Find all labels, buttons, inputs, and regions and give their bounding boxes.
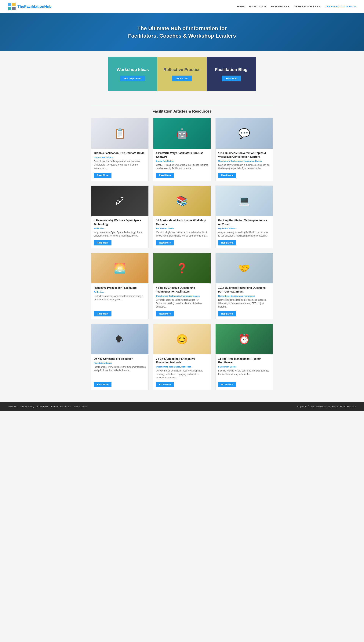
article-card-zoom: Exciting Facilitation Techniques to use …	[215, 185, 273, 248]
article-body: 101+ Business Conversation Topics & Work…	[216, 149, 273, 181]
hero-title: The Ultimate Hub of Information for Faci…	[125, 25, 239, 40]
article-body: Exciting Facilitation Techniques to use …	[216, 216, 273, 248]
article-img	[91, 118, 148, 149]
article-body: 3 Fun & Engaging Participative Evaluatio…	[153, 354, 211, 390]
read-more-btn[interactable]: Read More	[218, 311, 236, 316]
article-body: 101+ Business Networking Questions For Y…	[216, 283, 273, 319]
read-more-btn[interactable]: Read More	[218, 240, 236, 246]
article-category: Graphic Facilitation	[94, 156, 146, 158]
cat-blog-title: Facilitation Blog	[215, 67, 248, 73]
read-more-btn[interactable]: Read More	[156, 311, 174, 316]
article-body: 20 Key Concepts of Facilitation Facilita…	[91, 354, 148, 390]
logo-highlight: Facilitation	[24, 4, 44, 9]
read-more-btn[interactable]: Read More	[94, 311, 112, 316]
article-excerpt: Reflective practice is an important part…	[94, 294, 146, 308]
read-more-btn[interactable]: Read More	[94, 240, 112, 246]
article-category: Facilitation Basics	[94, 362, 146, 364]
article-card-key-concepts: 20 Key Concepts of Facilitation Facilita…	[91, 324, 149, 390]
article-body: Reflective Practice for Facilitators Ref…	[91, 283, 148, 319]
article-img	[91, 253, 148, 283]
article-body: 4 Hugely Effective Questioning Technique…	[153, 283, 211, 319]
article-excerpt: Unlock the full potential of your worksh…	[156, 369, 208, 379]
article-card-networking-questions: 101+ Business Networking Questions For Y…	[215, 253, 273, 319]
nav-facilitation[interactable]: FACILITATION	[249, 5, 266, 8]
article-card-time-management: 11 Top Time Management Tips for Facilita…	[215, 324, 273, 390]
article-img	[153, 324, 211, 354]
article-img	[216, 324, 273, 354]
read-more-btn[interactable]: Read More	[94, 382, 112, 387]
article-img	[91, 324, 148, 354]
read-more-btn[interactable]: Read More	[156, 382, 174, 387]
read-more-btn[interactable]: Read More	[218, 382, 236, 387]
svg-rect-2	[8, 7, 12, 10]
footer-link-privacy-policy[interactable]: Privacy Policy	[20, 405, 34, 408]
svg-rect-0	[8, 3, 12, 6]
read-more-btn[interactable]: Read More	[94, 173, 112, 178]
svg-rect-3	[12, 7, 16, 10]
site-footer: About UsPrivacy PolicyContributeEarnings…	[0, 402, 364, 411]
article-title: 10 Books about Participative Workshop Me…	[156, 219, 208, 226]
cat-reflective-title: Reflective Practice	[164, 67, 200, 73]
read-more-btn[interactable]: Read More	[218, 173, 236, 178]
article-title: 11 Top Time Management Tips for Facilita…	[218, 357, 270, 364]
footer-copyright: Copyright © 2024 The Facilitation Hub Al…	[298, 405, 356, 408]
article-excerpt: Starting conversations in a business set…	[218, 163, 270, 170]
article-body: 4 Reasons Why We Love Open Space Technol…	[91, 216, 148, 248]
read-more-btn[interactable]: Read More	[156, 240, 174, 246]
article-category: Reflection	[94, 227, 146, 230]
main-nav: HOME FACILITATION RESOURCES ▾ WORKSHOP T…	[237, 5, 356, 8]
article-body: 5 Powerful Ways Facilitators Can Use Cha…	[153, 149, 211, 181]
cat-blog-btn[interactable]: Read now	[222, 76, 241, 81]
cat-workshop-btn[interactable]: Get inspiration	[120, 76, 145, 81]
section-divider	[91, 105, 273, 105]
article-title: 5 Powerful Ways Facilitators Can Use Cha…	[156, 151, 208, 159]
logo[interactable]: TheFacilitationHub	[8, 2, 52, 11]
read-more-btn[interactable]: Read More	[156, 173, 174, 178]
cat-reflective-btn[interactable]: I need this	[172, 76, 192, 81]
article-excerpt: In this article, we will explore the fun…	[94, 365, 146, 379]
article-title: Graphic Facilitation: The Ultimate Guide	[94, 151, 146, 155]
nav-resources[interactable]: RESOURCES ▾	[271, 5, 289, 8]
article-excerpt: If you're looking for the best time mana…	[218, 369, 270, 379]
footer-link-earnings-disclosure[interactable]: Earnings Disclosure	[50, 405, 71, 408]
article-img	[153, 186, 211, 216]
article-excerpt: Let's talk about questioning techniques …	[156, 298, 208, 308]
article-category: Questioning Techniques, Reflection	[156, 366, 208, 368]
footer-link-about-us[interactable]: About Us	[8, 405, 17, 408]
article-title: 101+ Business Networking Questions For Y…	[218, 286, 270, 294]
article-title: 3 Fun & Engaging Participative Evaluatio…	[156, 357, 208, 364]
article-card-conversation-starters: 101+ Business Conversation Topics & Work…	[215, 118, 273, 181]
category-cards: Workshop Ideas Get inspiration Reflectiv…	[104, 57, 260, 91]
section-title: Facilitation Articles & Resources	[91, 109, 273, 114]
svg-rect-1	[12, 3, 16, 6]
article-title: Reflective Practice for Facilitators	[94, 286, 146, 290]
article-card-graphic-facilitation: Graphic Facilitation: The Ultimate Guide…	[91, 118, 149, 181]
footer-link-terms-of-use[interactable]: Terms of Use	[74, 405, 88, 408]
footer-links: About UsPrivacy PolicyContributeEarnings…	[8, 405, 88, 408]
nav-workshop-tools[interactable]: WORKSHOP TOOLS ▾	[294, 5, 320, 8]
cat-card-workshop: Workshop Ideas Get inspiration	[108, 57, 157, 91]
article-img	[91, 186, 148, 216]
logo-brand: The	[18, 4, 24, 9]
nav-blog[interactable]: THE FACILITATION BLOG	[325, 5, 356, 8]
article-card-open-space: 4 Reasons Why We Love Open Space Technol…	[91, 185, 149, 248]
article-img	[216, 253, 273, 283]
article-category: Digital Facilitation	[156, 160, 208, 162]
article-card-chatgpt: 5 Powerful Ways Facilitators Can Use Cha…	[153, 118, 211, 181]
nav-home[interactable]: HOME	[237, 5, 244, 8]
cat-card-reflective: Reflective Practice I need this	[157, 57, 207, 91]
article-card-reflective-practice: Reflective Practice for Facilitators Ref…	[91, 253, 149, 319]
articles-section: Facilitation Articles & Resources Graphi…	[87, 97, 277, 402]
article-img	[216, 186, 273, 216]
article-category: Facilitation Books	[156, 227, 208, 230]
article-card-evaluation-methods: 3 Fun & Engaging Participative Evaluatio…	[153, 324, 211, 390]
cat-workshop-title: Workshop Ideas	[116, 67, 149, 73]
logo-icon	[8, 2, 16, 11]
article-body: 11 Top Time Management Tips for Facilita…	[216, 354, 273, 390]
article-title: Exciting Facilitation Techniques to use …	[218, 219, 270, 226]
article-title: 101+ Business Conversation Topics & Work…	[218, 151, 270, 159]
article-img	[153, 253, 211, 283]
article-excerpt: Why do we love Open Space Technology? It…	[94, 231, 146, 238]
footer-link-contribute[interactable]: Contribute	[37, 405, 48, 408]
article-excerpt: Are you looking for exciting facilitatio…	[218, 231, 270, 238]
